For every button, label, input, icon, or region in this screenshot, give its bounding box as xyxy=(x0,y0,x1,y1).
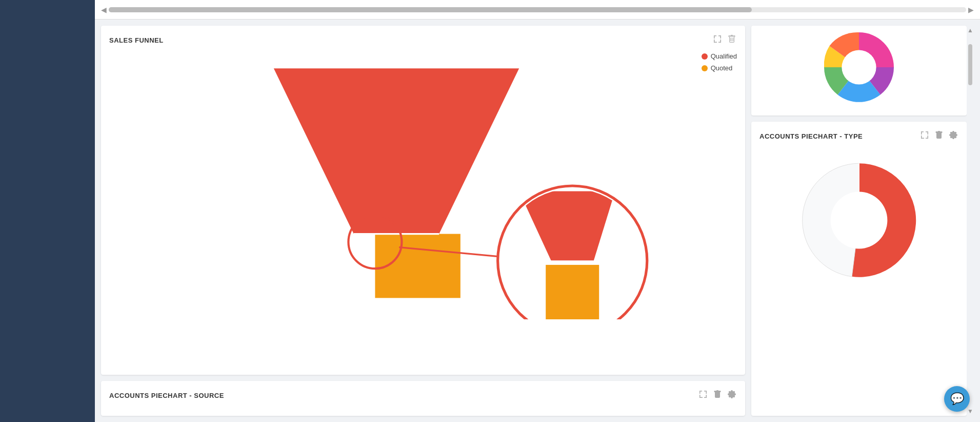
sales-funnel-header: SALES FUNNEL xyxy=(109,34,737,46)
left-column: SALES FUNNEL xyxy=(101,26,745,416)
sales-funnel-delete-btn[interactable] xyxy=(727,34,737,46)
accounts-piechart-type-card: ACCOUNTS PIECHART - TYPE xyxy=(751,122,967,416)
accounts-piechart-source-header: ACCOUNTS PIECHART - SOURCE xyxy=(109,389,737,401)
main-content: ◀ ▶ SALES FUNNEL xyxy=(95,0,980,422)
chat-icon: 💬 xyxy=(950,392,964,406)
vertical-scrollbar[interactable]: ▲ ▼ xyxy=(967,26,974,416)
horizontal-scrollbar[interactable]: ◀ ▶ xyxy=(95,0,980,20)
scroll-track[interactable] xyxy=(109,7,966,12)
scroll-thumb xyxy=(109,7,752,12)
funnel-svg xyxy=(109,52,737,319)
funnel-qualified-shape xyxy=(274,68,519,234)
accounts-source-expand-btn[interactable] xyxy=(698,389,708,401)
scroll-down-arrow[interactable]: ▼ xyxy=(967,408,973,415)
sidebar xyxy=(0,0,95,422)
type-donut-svg xyxy=(797,159,921,282)
accounts-piechart-source-title: ACCOUNTS PIECHART - SOURCE xyxy=(109,392,224,399)
svg-point-6 xyxy=(842,50,876,84)
funnel-chart-area: Qualified Quoted xyxy=(109,52,737,319)
top-donut-container xyxy=(759,34,958,101)
chat-button[interactable]: 💬 xyxy=(944,386,970,412)
accounts-source-settings-btn[interactable] xyxy=(727,389,737,401)
scroll-right-arrow[interactable]: ▶ xyxy=(966,6,976,14)
scroll-up-arrow[interactable]: ▲ xyxy=(967,27,973,34)
svg-rect-4 xyxy=(541,261,605,265)
scroll-left-arrow[interactable]: ◀ xyxy=(99,6,109,14)
accounts-piechart-type-header: ACCOUNTS PIECHART - TYPE xyxy=(759,130,958,142)
accounts-source-delete-btn[interactable] xyxy=(712,389,723,401)
svg-rect-5 xyxy=(546,265,599,319)
accounts-piechart-type-actions xyxy=(919,130,958,142)
accounts-piechart-source-card: ACCOUNTS PIECHART - SOURCE xyxy=(101,381,745,416)
sales-funnel-title: SALES FUNNEL xyxy=(109,36,164,44)
scrollbar-thumb[interactable] xyxy=(968,44,972,85)
right-column: ACCOUNTS PIECHART - TYPE xyxy=(751,26,967,416)
type-donut-container xyxy=(759,148,958,292)
sales-funnel-actions xyxy=(712,34,737,46)
sales-funnel-expand-btn[interactable] xyxy=(712,34,723,46)
accounts-piechart-type-title: ACCOUNTS PIECHART - TYPE xyxy=(759,132,863,140)
svg-point-8 xyxy=(831,192,888,249)
piechart-top-card xyxy=(751,26,967,116)
top-donut-svg xyxy=(818,26,900,108)
accounts-type-settings-btn[interactable] xyxy=(948,130,958,142)
content-grid: SALES FUNNEL xyxy=(95,20,980,422)
sales-funnel-card: SALES FUNNEL xyxy=(101,26,745,375)
accounts-type-expand-btn[interactable] xyxy=(919,130,930,142)
accounts-type-delete-btn[interactable] xyxy=(934,130,944,142)
accounts-piechart-source-actions xyxy=(698,389,737,401)
